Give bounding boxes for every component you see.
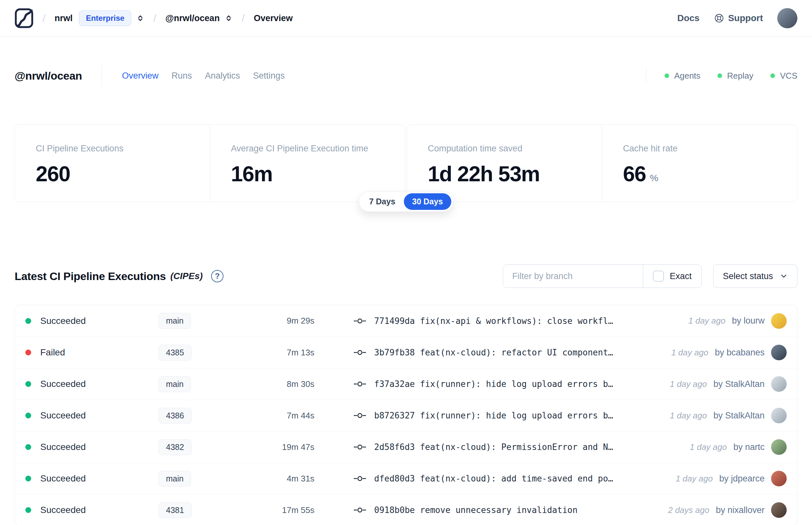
cipe-filters: Exact Select status: [503, 265, 797, 288]
duration-label: 19m 47s: [266, 442, 315, 452]
commit-cell: 2d58f6d3 feat(nx-cloud): PermissionError…: [353, 442, 613, 452]
help-question-circle-icon[interactable]: ?: [211, 270, 224, 282]
commit-cell: 771499da fix(nx-api & workflows): close …: [353, 316, 613, 326]
feature-agents[interactable]: Agents: [664, 71, 701, 81]
commit-author-label: by nixallover: [716, 505, 765, 515]
docs-link[interactable]: Docs: [677, 13, 699, 24]
tab-runs[interactable]: Runs: [171, 71, 192, 81]
cipe-row[interactable]: Succeeded 4386 7m 44s b8726327 fix(runne…: [15, 400, 797, 431]
commit-cell: f37a32ae fix(runner): hide log upload er…: [353, 379, 613, 389]
author-cell: 1 day ago by StalkAltan: [670, 376, 787, 392]
range-30-days[interactable]: 30 Days: [404, 193, 451, 210]
git-commit-icon: [353, 443, 366, 451]
author-cell: 1 day ago by jdpearce: [676, 471, 787, 486]
author-avatar: [771, 439, 787, 455]
status-label: Succeeded: [40, 379, 86, 389]
feature-replay[interactable]: Replay: [718, 71, 753, 81]
commit-message: dfed80d3 feat(nx-cloud): add time-saved …: [374, 474, 613, 483]
stat-value: 260: [36, 162, 197, 186]
duration-label: 7m 13s: [266, 348, 315, 358]
status-label: Succeeded: [40, 316, 86, 326]
author-avatar: [771, 313, 787, 329]
tab-analytics[interactable]: Analytics: [205, 71, 240, 81]
git-commit-icon: [353, 506, 366, 514]
commit-cell: 0918b0be remove unnecessary invalidation: [353, 505, 578, 515]
cipe-row[interactable]: Succeeded main 9m 29s 771499da fix(nx-ap…: [15, 305, 797, 336]
date-range-toggle: 7 Days 30 Days: [358, 191, 453, 212]
duration-label: 4m 31s: [266, 474, 315, 484]
nx-cloud-logo-icon[interactable]: [15, 8, 33, 28]
feature-vcs[interactable]: VCS: [770, 71, 797, 81]
status-dot-icon: [25, 444, 31, 450]
feature-status-list: Agents Replay VCS: [646, 66, 797, 85]
workspace-switcher-chevron-up-down-icon[interactable]: [225, 13, 232, 24]
user-avatar[interactable]: [777, 8, 797, 28]
author-avatar: [771, 471, 787, 486]
git-commit-icon: [353, 474, 366, 483]
status-cell: Succeeded: [25, 379, 158, 389]
cipe-row[interactable]: Succeeded 4381 17m 55s 0918b0be remove u…: [15, 494, 797, 525]
time-ago-label: 1 day ago: [670, 379, 707, 389]
author-cell: 2 days ago by nixallover: [668, 502, 787, 518]
git-commit-icon: [353, 411, 366, 420]
org-switcher-chevron-up-down-icon[interactable]: [136, 13, 144, 24]
branch-cell: main: [158, 376, 266, 392]
commit-author-label: by nartc: [733, 442, 765, 452]
breadcrumb-separator: /: [153, 12, 156, 24]
status-cell: Succeeded: [25, 410, 158, 421]
status-select-label: Select status: [723, 271, 773, 281]
divider: [101, 65, 102, 86]
feature-label: VCS: [780, 71, 797, 81]
author-avatar: [771, 376, 787, 392]
branch-badge: 4386: [158, 408, 191, 424]
cipe-row[interactable]: Failed 4385 7m 13s 3b79fb38 feat(nx-clou…: [15, 336, 797, 368]
tab-overview[interactable]: Overview: [122, 71, 158, 81]
tab-settings[interactable]: Settings: [253, 71, 285, 81]
branch-filter-input[interactable]: [503, 265, 643, 287]
author-avatar: [771, 408, 787, 423]
chevron-down-icon: [780, 272, 788, 280]
cipe-row[interactable]: Succeeded main 4m 31s dfed80d3 feat(nx-c…: [15, 463, 797, 494]
stat-value: 16m: [231, 162, 392, 186]
time-ago-label: 1 day ago: [676, 474, 713, 484]
time-ago-label: 1 day ago: [671, 348, 708, 358]
time-ago-label: 2 days ago: [668, 505, 709, 515]
feature-label: Agents: [674, 71, 701, 81]
status-dot-icon: [25, 507, 31, 513]
status-cell: Succeeded: [25, 316, 158, 326]
status-select[interactable]: Select status: [713, 265, 797, 288]
breadcrumb-org[interactable]: nrwl: [55, 13, 73, 24]
commit-author-label: by StalkAltan: [713, 411, 765, 421]
time-ago-label: 1 day ago: [688, 316, 725, 326]
main-content: @nrwl/ocean Overview Runs Analytics Sett…: [0, 65, 812, 525]
time-ago-label: 1 day ago: [690, 442, 727, 452]
branch-badge: 4385: [158, 345, 191, 361]
cipe-row[interactable]: Succeeded main 8m 30s f37a32ae fix(runne…: [15, 368, 797, 400]
workspace-header: @nrwl/ocean Overview Runs Analytics Sett…: [15, 65, 797, 86]
range-7-days[interactable]: 7 Days: [361, 193, 404, 210]
status-dot-icon: [718, 73, 722, 78]
author-avatar: [771, 345, 787, 360]
branch-badge: 4381: [158, 502, 191, 518]
author-avatar: [771, 502, 787, 518]
stat-computation-time-saved: Computation time saved 1d 22h 53m: [407, 125, 602, 202]
cipe-row[interactable]: Succeeded 4382 19m 47s 2d58f6d3 feat(nx-…: [15, 431, 797, 463]
branch-cell: main: [158, 471, 266, 487]
branch-filter-group: Exact: [503, 265, 702, 288]
status-dot-icon: [25, 476, 31, 481]
status-label: Failed: [40, 347, 65, 358]
status-cell: Failed: [25, 347, 158, 358]
breadcrumb-workspace[interactable]: @nrwl/ocean: [165, 13, 219, 24]
lifebuoy-icon: [714, 13, 724, 24]
exact-filter: Exact: [643, 265, 702, 287]
support-link[interactable]: Support: [714, 13, 763, 24]
git-commit-icon: [353, 380, 366, 388]
commit-message: 0918b0be remove unnecessary invalidation: [374, 505, 578, 515]
author-cell: 1 day ago by lourw: [688, 313, 787, 329]
exact-checkbox[interactable]: [653, 271, 664, 282]
branch-badge: main: [158, 313, 191, 329]
stat-label: Computation time saved: [428, 144, 589, 154]
commit-message: 2d58f6d3 feat(nx-cloud): PermissionError…: [374, 442, 613, 452]
breadcrumb: / nrwl Enterprise / @nrwl/ocean / Overvi…: [15, 8, 293, 28]
commit-cell: b8726327 fix(runner): hide log upload er…: [353, 411, 613, 420]
